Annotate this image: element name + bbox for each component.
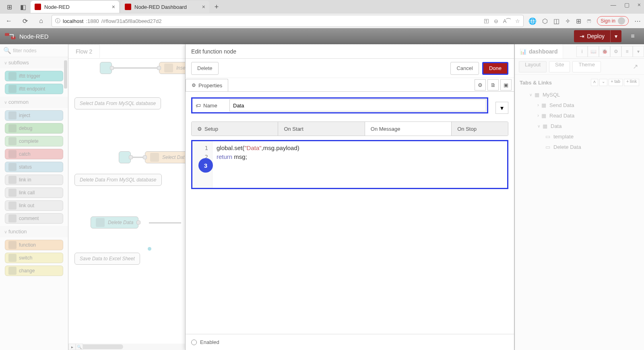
flow-tab[interactable]: Flow 2 [68,45,100,58]
canvas-node[interactable]: Delete Data [91,216,138,229]
add-tab-button[interactable]: + tab [609,79,623,86]
popout-icon[interactable]: ↗ [630,62,640,72]
canvas-nav-icon[interactable]: ▸ [68,344,76,350]
canvas-node-inject[interactable] [119,151,131,163]
node-complete[interactable]: complete [5,136,63,146]
refresh-icon[interactable]: ⟳ [19,15,31,27]
properties-tab[interactable]: ⚙Properties [186,79,228,91]
minimize-icon[interactable]: — [611,2,616,8]
node-ifttt-trigger[interactable]: ifttt trigger [5,71,63,81]
code-editor[interactable]: 12 global.set("Data",msg.payload) return… [191,140,508,189]
tree-item-data[interactable]: ▦Data [520,121,639,131]
key-icon[interactable]: ⚿ [484,18,489,24]
nav-row: ← ⟳ ⌂ ⓘ localhost:1880/#flow/31a5f8a0bee… [0,14,644,28]
zoom-icon[interactable]: ⊖ [494,18,498,24]
close-icon[interactable]: × [202,4,205,10]
maximize-icon[interactable]: ▢ [624,2,630,8]
canvas-node-inject[interactable] [100,62,112,74]
debug-icon[interactable]: 🐞 [599,46,610,57]
deploy-button[interactable]: ⇥ Deploy ▾ [574,30,621,42]
done-button[interactable]: Done [482,62,508,75]
split-icon[interactable]: ◫ [553,17,559,25]
node-inject[interactable]: inject [5,110,63,121]
gear-icon: ⚙ [192,82,196,88]
canvas-node[interactable]: Delete Data From MySQL database [74,174,162,186]
down-icon[interactable]: ⌄ [599,79,607,86]
book-icon[interactable]: 📖 [588,46,599,57]
ext-icon[interactable]: 🌐 [528,17,537,25]
browser-tab-2[interactable]: Node-RED Dashboard × [121,1,209,13]
node-status[interactable]: status [5,162,63,172]
sub-layout[interactable]: Layout [519,61,547,72]
node-function[interactable]: function [5,240,63,250]
collections-icon[interactable]: ⊞ [576,17,581,25]
home-icon[interactable]: ⌂ [35,15,47,27]
node-link-in[interactable]: link in [5,175,63,185]
canvas-search-icon[interactable]: 🔍 [76,344,83,350]
palette-scrollbar[interactable] [64,60,67,89]
filter-input[interactable] [13,48,65,54]
canvas-node[interactable]: Save Data to Excel Sheet [74,253,140,265]
tree-item[interactable]: ▦Read Data [520,110,639,121]
sidebar-icon[interactable]: ◧ [17,1,29,13]
tree-item[interactable]: ▭Delete Data [520,142,639,152]
node-switch[interactable]: switch [5,253,63,263]
add-link-button[interactable]: + link [624,79,639,86]
context-icon[interactable]: ≡ [621,46,633,57]
node-catch[interactable]: catch [5,149,63,159]
node-change[interactable]: change [5,266,63,276]
deploy-caret-icon[interactable]: ▾ [611,33,621,39]
browser-tab-1[interactable]: Node-RED × [31,1,119,13]
read-icon[interactable]: A⁀ [503,18,511,24]
node-link-call[interactable]: link call [5,187,63,198]
menu-icon[interactable]: ≡ [626,30,639,43]
enabled-radio[interactable] [191,340,197,345]
tree-item[interactable]: ▦Send Data [520,100,639,110]
sub-theme[interactable]: Theme [572,61,601,72]
sub-site[interactable]: Site [549,61,570,72]
workspace-icon[interactable]: ⊞ [3,1,15,13]
back-icon[interactable]: ← [3,15,14,27]
tab-onmessage[interactable]: On Message [365,122,452,136]
node-debug[interactable]: debug [5,123,63,134]
tab-onstop[interactable]: On Stop [452,122,508,136]
config-icon[interactable]: ⚙ [610,46,621,57]
info-icon[interactable]: i [576,46,588,57]
heart-icon[interactable]: ෆ [587,17,591,25]
info-icon[interactable]: ⓘ [55,17,60,25]
cancel-button[interactable]: Cancel [450,62,479,75]
gear-icon-btn[interactable]: ⚙ [475,79,486,91]
tree-item-mysql[interactable]: ▦MySQL [520,89,639,100]
node-link-out[interactable]: link out [5,200,63,211]
tab-setup[interactable]: ⚙Setup [192,122,278,136]
close-window-icon[interactable]: × [638,2,641,8]
more-icon[interactable]: ⋯ [634,17,641,25]
up-icon[interactable]: ʌ [591,79,598,86]
star-icon[interactable]: ☆ [515,18,520,24]
cat-common[interactable]: common [0,97,68,108]
caret-icon[interactable]: ▾ [633,46,644,57]
widget-icon: ▭ [545,134,551,139]
node-icon-btn[interactable]: ▣ [500,79,512,91]
cat-subflows[interactable]: subflows [0,57,68,68]
tabs-row: ⊞ ◧ Node-RED × Node-RED Dashboard × + — … [0,0,644,14]
fav-icon[interactable]: ✧ [565,17,570,25]
tree-item[interactable]: ▭template [520,131,639,142]
name-input[interactable] [229,99,486,111]
canvas-node[interactable]: Select Data From MySQL database [74,97,161,109]
node-ifttt-endpoint[interactable]: ifttt endpoint [5,84,63,94]
name-ext-btn[interactable]: ▾ [495,102,508,114]
cat-function[interactable]: function [0,226,68,237]
url-port: :1880 [86,18,99,24]
address-bar[interactable]: ⓘ localhost:1880/#flow/31a5f8a0beed27d2 … [52,15,524,27]
delete-button[interactable]: Delete [191,62,219,75]
close-icon[interactable]: × [112,4,115,10]
sidebar-tab-dashboard[interactable]: 📊 dashboard [515,44,563,58]
new-tab-button[interactable]: + [211,1,222,12]
signin-button[interactable]: Sign in [597,16,629,26]
node-comment[interactable]: comment [5,213,63,224]
doc-icon-btn[interactable]: 🗎 [487,79,499,91]
puzzle-icon[interactable]: ⬡ [542,17,548,25]
canvas-node[interactable]: Select Dat [145,151,190,163]
tab-onstart[interactable]: On Start [278,122,365,136]
